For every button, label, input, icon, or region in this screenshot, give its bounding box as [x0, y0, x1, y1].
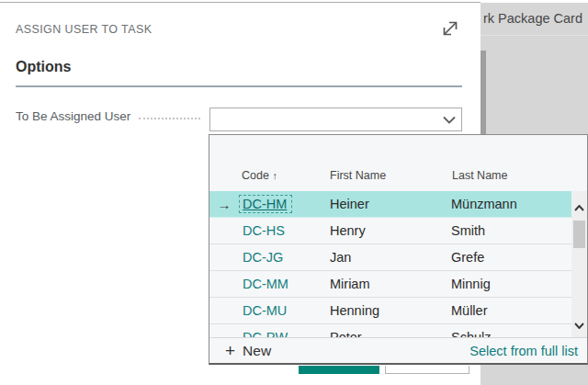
first-name-cell: Miriam — [327, 277, 448, 291]
options-section-heading: Options — [16, 59, 71, 75]
code-link[interactable]: DC-MU — [239, 303, 327, 318]
background-window-title: rk Package Card — [483, 11, 582, 26]
chevron-down-icon[interactable] — [437, 108, 461, 130]
scrollbar-down-icon[interactable] — [571, 318, 587, 333]
dropdown-scrollbar[interactable] — [571, 191, 587, 338]
table-row[interactable]: DC-JG Jan Grefe — [209, 244, 571, 271]
last-name-cell: Grefe — [448, 250, 571, 265]
lookup-table-body: → DC-HM Heiner Münzmann DC-HS Henry Smit… — [209, 191, 571, 338]
to-be-assigned-user-input[interactable] — [210, 108, 437, 130]
last-name-cell: Müller — [448, 303, 571, 318]
table-row[interactable]: DC-HS Henry Smith — [209, 218, 571, 244]
table-row[interactable]: DC-MU Henning Müller — [209, 298, 571, 324]
dialog-top-border — [0, 2, 481, 3]
last-name-cell: Smith — [448, 223, 571, 238]
table-row-clipped[interactable]: DC-PW Peter Schulz — [209, 324, 571, 338]
dotted-leader — [139, 118, 200, 119]
expand-dialog-icon[interactable] — [439, 17, 461, 40]
background-window-divider — [481, 35, 588, 36]
first-name-cell: Henning — [327, 303, 448, 318]
to-be-assigned-user-label: To Be Assigned User — [16, 109, 130, 123]
code-link[interactable]: DC-JG — [239, 250, 327, 265]
new-button-label: New — [243, 343, 271, 359]
column-header-code[interactable]: Code ↑ — [242, 169, 277, 182]
column-header-first-name[interactable]: First Name — [330, 169, 386, 182]
select-from-full-list-link[interactable]: Select from full list — [469, 344, 578, 358]
scrollbar-thumb[interactable] — [573, 221, 585, 248]
first-name-cell: Jan — [327, 250, 448, 265]
first-name-cell: Heiner — [327, 197, 448, 211]
selected-row-pointer-icon: → — [218, 197, 232, 212]
dropdown-footer: + New Select from full list — [209, 337, 587, 363]
user-lookup-dropdown: Code ↑ First Name Last Name → DC-HM Hein… — [209, 134, 588, 365]
code-link[interactable]: DC-HM — [239, 195, 292, 213]
table-row-selected[interactable]: → DC-HM Heiner Münzmann — [209, 191, 571, 218]
first-name-cell: Henry — [327, 223, 448, 238]
options-section-rule — [16, 85, 462, 87]
ok-button[interactable] — [299, 366, 379, 374]
lookup-table-header: Code ↑ First Name Last Name — [209, 135, 587, 191]
scrollbar-up-icon[interactable] — [571, 200, 587, 215]
to-be-assigned-user-combobox[interactable] — [209, 108, 462, 131]
last-name-cell: Minnig — [448, 277, 571, 291]
background-window-scrollbar — [481, 51, 486, 134]
new-button[interactable]: + New — [225, 342, 271, 359]
sort-ascending-icon: ↑ — [272, 170, 277, 181]
code-link[interactable]: DC-MM — [239, 277, 327, 291]
cancel-button[interactable] — [385, 366, 469, 374]
code-link[interactable]: DC-HS — [239, 223, 327, 238]
last-name-cell: Münzmann — [448, 197, 571, 211]
column-header-last-name[interactable]: Last Name — [452, 169, 507, 182]
dialog-title: ASSIGN USER TO TASK — [16, 23, 152, 36]
table-row[interactable]: DC-MM Miriam Minnig — [209, 271, 571, 298]
plus-icon: + — [225, 342, 235, 359]
